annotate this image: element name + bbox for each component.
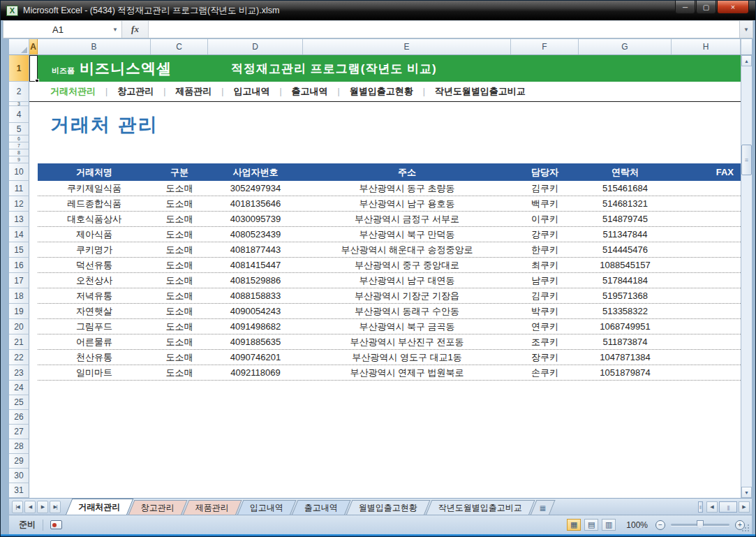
page-layout-view-button[interactable]: ▤ xyxy=(584,519,598,531)
cell[interactable] xyxy=(672,288,741,303)
cell[interactable]: 511347844 xyxy=(579,227,672,242)
title-bar[interactable]: X Microsoft Excel - (5434) 적정재고관리 프로그램(작… xyxy=(1,1,755,20)
cell[interactable]: 부산광역시 연제구 법원북로 xyxy=(303,365,511,380)
sheet-tab-4[interactable]: 출고내역 xyxy=(292,500,350,515)
sheet-tab-0[interactable]: 거래처관리 xyxy=(66,499,133,515)
column-header-H[interactable]: H xyxy=(672,39,741,54)
formula-input[interactable] xyxy=(149,21,739,38)
cell[interactable]: 514445476 xyxy=(579,242,672,257)
cell[interactable]: 부산광역시 해운대구 송정중앙로 xyxy=(303,242,511,257)
cell[interactable] xyxy=(672,258,741,272)
cell[interactable]: 덕선유통 xyxy=(38,258,151,272)
cell[interactable]: 백쿠키 xyxy=(511,196,579,211)
row-header-30[interactable]: 30 xyxy=(9,469,29,483)
row-header-23[interactable]: 23 xyxy=(9,365,29,381)
resize-grip-icon[interactable] xyxy=(741,524,750,532)
page-break-view-button[interactable]: ▥ xyxy=(602,519,616,531)
cell[interactable]: 쿠키제일식품 xyxy=(38,181,151,196)
horizontal-scrollbar-thumb[interactable]: ||| xyxy=(719,501,737,513)
cell[interactable]: 도소매 xyxy=(151,319,208,334)
cell[interactable]: 1051879874 xyxy=(579,365,672,380)
cell[interactable]: 515461684 xyxy=(579,181,672,196)
cell[interactable]: 어른물류 xyxy=(38,334,151,349)
cell[interactable]: 부산광역시 부산진구 전포동 xyxy=(303,334,511,349)
cell[interactable]: 도소매 xyxy=(151,334,208,349)
nav-item-4[interactable]: 출고내역 xyxy=(292,85,328,98)
name-box[interactable]: A1 ▼ xyxy=(3,21,122,38)
vertical-scrollbar-thumb[interactable]: ≡ xyxy=(741,145,752,175)
cell[interactable]: 4088158833 xyxy=(208,288,303,303)
cell[interactable]: 저녁유통 xyxy=(38,288,151,303)
column-header-B[interactable]: B xyxy=(38,39,151,54)
row-header-21[interactable]: 21 xyxy=(9,334,29,350)
cell[interactable]: 박쿠키 xyxy=(511,304,579,318)
insert-function-button[interactable]: fx xyxy=(122,21,149,38)
nav-item-1[interactable]: 창고관리 xyxy=(117,85,154,98)
cell[interactable]: 도소매 xyxy=(151,304,208,318)
cell[interactable]: 부산광역시 영도구 대교1동 xyxy=(303,350,511,365)
close-button[interactable]: × xyxy=(717,1,749,14)
cell[interactable]: 부산광역시 동구 초량동 xyxy=(303,181,511,196)
cell[interactable]: 도소매 xyxy=(151,273,208,288)
row-header-15[interactable]: 15 xyxy=(9,242,29,258)
last-sheet-icon[interactable]: ▶| xyxy=(50,501,61,513)
row-header-8[interactable]: 8 xyxy=(9,149,29,156)
cell[interactable]: 부산광역시 기장군 기장읍 xyxy=(303,288,511,303)
cell[interactable]: 조쿠키 xyxy=(511,334,579,349)
row-header-20[interactable]: 20 xyxy=(9,319,29,334)
prev-sheet-icon[interactable]: ◀ xyxy=(24,501,36,513)
cell[interactable] xyxy=(672,304,741,318)
cell[interactable]: 517844184 xyxy=(579,273,672,288)
cell[interactable]: 1047871384 xyxy=(579,350,672,365)
sheet-tab-1[interactable]: 창고관리 xyxy=(128,500,187,515)
cell[interactable]: 제아식품 xyxy=(38,227,151,242)
cell[interactable]: 김쿠키 xyxy=(511,181,579,196)
row-header-7[interactable]: 7 xyxy=(9,142,29,149)
row-header-6[interactable]: 6 xyxy=(9,135,29,142)
row-header-18[interactable]: 18 xyxy=(9,288,29,304)
sheet-tab-5[interactable]: 월별입출고현황 xyxy=(346,500,430,515)
cell[interactable]: 519571368 xyxy=(579,288,672,303)
row-header-25[interactable]: 25 xyxy=(9,395,29,410)
column-header-C[interactable]: C xyxy=(151,39,208,54)
cell[interactable]: 4018135646 xyxy=(208,196,303,211)
cell[interactable]: 김쿠키 xyxy=(511,288,579,303)
row-header-4[interactable]: 4 xyxy=(9,106,29,123)
row-header-31[interactable]: 31 xyxy=(9,483,29,498)
cell[interactable]: 도소매 xyxy=(151,196,208,211)
scroll-up-icon[interactable]: ▲ xyxy=(741,55,752,66)
cell[interactable]: 부산광역시 동래구 수안동 xyxy=(303,304,511,318)
cell[interactable]: 511873874 xyxy=(579,334,672,349)
cell[interactable]: 최쿠키 xyxy=(511,258,579,272)
select-all-corner[interactable] xyxy=(9,39,29,54)
cell[interactable]: 천산유통 xyxy=(38,350,151,365)
row-header-27[interactable]: 27 xyxy=(9,425,29,439)
zoom-out-button[interactable]: − xyxy=(655,520,665,530)
cell[interactable]: 부산광역시 금정구 서부로 xyxy=(303,212,511,226)
scroll-left-icon[interactable]: ◀ xyxy=(706,501,718,513)
cell[interactable] xyxy=(672,227,741,242)
cell[interactable]: 514681321 xyxy=(579,196,672,211)
cell[interactable]: 4081415447 xyxy=(208,258,303,272)
cell[interactable]: 도소매 xyxy=(151,227,208,242)
tab-split-handle[interactable]: ‖ xyxy=(698,501,703,513)
cell[interactable]: 장쿠키 xyxy=(511,350,579,365)
scroll-right-icon[interactable]: ▶ xyxy=(739,501,750,513)
row-header-1[interactable]: 1 xyxy=(9,55,29,82)
column-header-D[interactable]: D xyxy=(208,39,303,54)
sheet-canvas[interactable]: 비즈폼 비즈니스엑셀 적정재고관리 프로그램(작년도 비교) 거래처관리|창고관… xyxy=(29,55,741,498)
row-header-29[interactable]: 29 xyxy=(9,454,29,469)
cell[interactable]: 4092118069 xyxy=(208,365,303,380)
cell[interactable] xyxy=(672,365,741,380)
cell[interactable]: 도소매 xyxy=(151,288,208,303)
row-header-12[interactable]: 12 xyxy=(9,196,29,212)
column-header-E[interactable]: E xyxy=(303,39,511,54)
cell[interactable]: 4030095739 xyxy=(208,212,303,226)
nav-item-3[interactable]: 입고내역 xyxy=(233,85,269,98)
cell[interactable]: 4081877443 xyxy=(208,242,303,257)
scroll-down-icon[interactable]: ▼ xyxy=(741,487,752,498)
row-header-9[interactable]: 9 xyxy=(9,156,29,163)
expand-formula-bar-icon[interactable]: ▼ xyxy=(739,21,753,38)
vertical-scrollbar[interactable]: ▲ ≡ ▼ xyxy=(741,55,752,498)
cell[interactable]: 도소매 xyxy=(151,212,208,226)
